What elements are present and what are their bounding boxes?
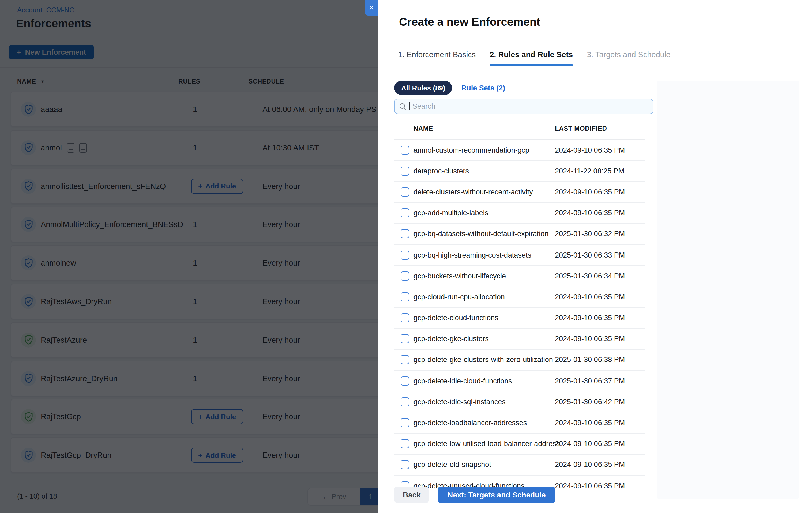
search-placeholder: Search — [412, 102, 435, 110]
rule-name: gcp-bq-high-streaming-cost-datasets — [413, 251, 531, 259]
column-header-name: NAME — [413, 125, 433, 132]
rule-sets-link[interactable]: Rule Sets (2) — [461, 84, 505, 92]
rule-last-modified: 2025-01-30 06:37 PM — [555, 377, 625, 385]
rule-last-modified: 2024-09-10 06:35 PM — [555, 314, 625, 322]
next-targets-schedule-button[interactable]: Next: Targets and Schedule — [438, 487, 555, 503]
back-button[interactable]: Back — [394, 487, 429, 503]
rule-last-modified: 2024-09-10 06:35 PM — [555, 440, 625, 448]
tab-rules-and-rule-sets[interactable]: 2. Rules and Rule Sets — [490, 44, 573, 65]
rule-row[interactable]: gcp-delete-idle-sql-instances2025-01-30 … — [394, 392, 645, 413]
rule-checkbox[interactable] — [401, 313, 409, 322]
rule-checkbox[interactable] — [401, 271, 409, 280]
rule-name: gcp-delete-idle-sql-instances — [413, 398, 505, 406]
rule-row[interactable]: anmol-custom-recommendation-gcp2024-09-1… — [394, 140, 645, 161]
rule-checkbox[interactable] — [401, 355, 409, 364]
search-icon — [399, 102, 407, 110]
rule-row[interactable]: gcp-delete-gke-clusters-with-zero-utiliz… — [394, 350, 645, 370]
rule-last-modified: 2025-01-30 06:32 PM — [555, 230, 625, 238]
rule-row[interactable]: gcp-delete-idle-cloud-functions2025-01-3… — [394, 370, 645, 391]
rule-checkbox[interactable] — [401, 334, 409, 343]
rule-last-modified: 2024-09-10 06:35 PM — [555, 482, 625, 490]
rule-checkbox[interactable] — [401, 167, 409, 176]
tab-enforcement-basics[interactable]: 1. Enforcement Basics — [398, 44, 475, 65]
rule-checkbox[interactable] — [401, 397, 409, 406]
rule-name: gcp-cloud-run-cpu-allocation — [413, 293, 505, 301]
rule-last-modified: 2025-01-30 06:38 PM — [555, 356, 625, 364]
close-button[interactable]: ✕ — [365, 0, 378, 16]
rule-name: gcp-delete-idle-cloud-functions — [413, 377, 512, 385]
app-viewport: Account: CCM-NG Enforcements + New Enfor… — [0, 0, 812, 513]
rule-checkbox[interactable] — [401, 376, 409, 385]
create-enforcement-panel: ✕ Create a new Enforcement 1. Enforcemen… — [378, 0, 812, 513]
rule-name: gcp-delete-loadbalancer-addresses — [413, 419, 527, 427]
rule-row[interactable]: gcp-bq-high-streaming-cost-datasets2025-… — [394, 245, 645, 266]
column-header-last-modified: LAST MODIFIED — [555, 125, 607, 132]
rule-checkbox[interactable] — [401, 230, 409, 239]
rule-row[interactable]: gcp-delete-cloud-functions2024-09-10 06:… — [394, 308, 645, 329]
rule-last-modified: 2024-09-10 06:35 PM — [555, 461, 625, 469]
rule-last-modified: 2024-09-10 06:35 PM — [555, 419, 625, 427]
wizard-tabs: 1. Enforcement Basics 2. Rules and Rule … — [398, 44, 670, 65]
rules-filter-toggle: All Rules (89) Rule Sets (2) — [394, 81, 505, 95]
rule-checkbox[interactable] — [401, 460, 409, 470]
all-rules-pill[interactable]: All Rules (89) — [394, 81, 452, 95]
rule-name: gcp-delete-old-snapshot — [413, 461, 491, 469]
rule-name: gcp-delete-gke-clusters — [413, 335, 489, 343]
rule-checkbox[interactable] — [401, 439, 409, 448]
tab-targets-and-schedule[interactable]: 3. Targets and Schedule — [587, 44, 670, 65]
rule-row[interactable]: dataproc-clusters2024-11-22 08:25 PM — [394, 161, 645, 182]
rule-name: gcp-delete-gke-clusters-with-zero-utiliz… — [413, 356, 553, 364]
rule-last-modified: 2024-09-10 06:35 PM — [555, 335, 625, 343]
rule-checkbox[interactable] — [401, 418, 409, 427]
rule-checkbox[interactable] — [401, 250, 409, 260]
rule-name: gcp-add-multiple-labels — [413, 209, 488, 217]
rule-row[interactable]: gcp-delete-loadbalancer-addresses2024-09… — [394, 413, 645, 433]
rule-last-modified: 2025-01-30 06:33 PM — [555, 251, 625, 259]
rule-row[interactable]: gcp-delete-old-snapshot2024-09-10 06:35 … — [394, 455, 645, 476]
rule-row[interactable]: gcp-delete-gke-clusters2024-09-10 06:35 … — [394, 329, 645, 350]
panel-footer: Back Next: Targets and Schedule — [394, 487, 555, 503]
rule-preview-pane — [657, 81, 799, 499]
rule-name: gcp-delete-low-utilised-load-balancer-ad… — [413, 440, 560, 448]
rule-last-modified: 2024-09-10 06:35 PM — [555, 293, 625, 301]
rule-checkbox[interactable] — [401, 145, 409, 154]
rule-row[interactable]: gcp-delete-low-utilised-load-balancer-ad… — [394, 433, 645, 454]
rule-name: gcp-buckets-without-lifecycle — [413, 272, 506, 280]
rule-row[interactable]: gcp-bq-datasets-without-default-expirati… — [394, 224, 645, 245]
rule-name: delete-clusters-without-recent-activity — [413, 188, 533, 196]
rule-last-modified: 2024-09-10 06:35 PM — [555, 146, 625, 154]
rule-last-modified: 2024-09-10 06:35 PM — [555, 188, 625, 196]
rule-last-modified: 2025-01-30 06:34 PM — [555, 272, 625, 280]
rule-row[interactable]: gcp-add-multiple-labels2024-09-10 06:35 … — [394, 203, 645, 223]
search-input[interactable]: Search — [394, 98, 654, 114]
rule-checkbox[interactable] — [401, 187, 409, 197]
rule-name: gcp-delete-cloud-functions — [413, 314, 498, 322]
rule-checkbox[interactable] — [401, 208, 409, 217]
rule-name: anmol-custom-recommendation-gcp — [413, 146, 529, 154]
rule-row[interactable]: delete-clusters-without-recent-activity2… — [394, 182, 645, 203]
rule-checkbox[interactable] — [401, 292, 409, 301]
rule-last-modified: 2025-01-30 06:42 PM — [555, 398, 625, 406]
panel-title: Create a new Enforcement — [399, 16, 541, 28]
rule-name: gcp-bq-datasets-without-default-expirati… — [413, 230, 549, 238]
rule-last-modified: 2024-09-10 06:35 PM — [555, 209, 625, 217]
rule-last-modified: 2024-11-22 08:25 PM — [555, 167, 624, 175]
rule-row[interactable]: gcp-buckets-without-lifecycle2025-01-30 … — [394, 266, 645, 286]
rules-list: anmol-custom-recommendation-gcp2024-09-1… — [394, 140, 645, 496]
text-caret — [409, 102, 410, 110]
close-icon: ✕ — [369, 4, 374, 12]
rule-row[interactable]: gcp-cloud-run-cpu-allocation2024-09-10 0… — [394, 287, 645, 308]
rule-name: dataproc-clusters — [413, 167, 469, 175]
